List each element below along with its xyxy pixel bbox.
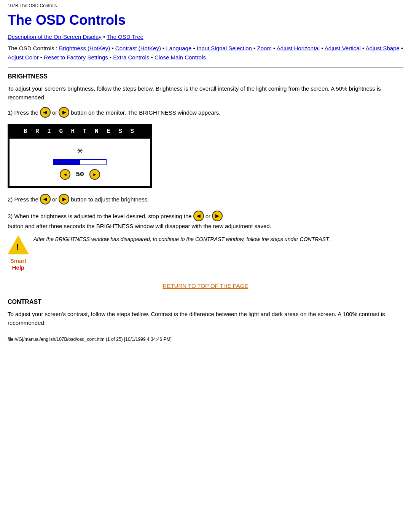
step3-text-end: button and after three seconds the BRIGH… [8, 223, 271, 229]
step3-text-start: 3) When the brightness is adjusted to th… [8, 213, 192, 219]
brightness-step3: 3) When the brightness is adjusted to th… [8, 211, 403, 229]
breadcrumb-input-signal[interactable]: Input Signal Selection [197, 45, 252, 51]
brightness-left-btn[interactable] [60, 169, 70, 180]
breadcrumb-close[interactable]: Close Main Controls [155, 54, 206, 61]
brightness-progress-bar [53, 159, 107, 165]
breadcrumb-reset[interactable]: Reset to Factory Settings [44, 54, 108, 61]
brightness-controls: 50 [60, 169, 100, 180]
breadcrumb-contrast[interactable]: Contrast (HotKey) [115, 45, 161, 51]
breadcrumb-adjust-color[interactable]: Adjust Color [8, 54, 39, 61]
left-button-step3[interactable] [193, 211, 204, 221]
right-button-step1[interactable] [59, 107, 69, 118]
divider-1 [8, 67, 403, 68]
smart-help-italic-text: After the BRIGHTNESS window has disappea… [33, 235, 330, 243]
brightness-intro: To adjust your screen's brightness, foll… [8, 85, 403, 102]
breadcrumb-language[interactable]: Language [166, 45, 192, 51]
left-button-step2[interactable] [40, 194, 51, 204]
contrast-intro: To adjust your screen's contrast, follow… [8, 310, 403, 327]
breadcrumb-adjust-vertical[interactable]: Adjust Vertical [325, 45, 361, 51]
breadcrumb-extra[interactable]: Extra Controls [113, 54, 149, 61]
breadcrumb-adjust-horizontal[interactable]: Adjust Horizontal [277, 45, 320, 51]
right-button-step3[interactable] [212, 211, 223, 221]
brightness-value: 50 [76, 171, 84, 178]
status-bar: file:///G|/manual/english/107B/osd/osd_c… [8, 335, 403, 342]
browser-tab: 107B The OSD Controls [8, 3, 403, 8]
step2-text-start: 2) Press the [8, 196, 38, 203]
brightness-window-body: ✳ 50 [9, 138, 151, 187]
nav-link-osd-tree[interactable]: The OSD Tree [107, 34, 143, 40]
sun-icon: ✳ [76, 146, 83, 156]
brightness-window: B R I G H T N E S S ✳ 50 [8, 124, 152, 188]
brightness-step2: 2) Press the or button to adjust the bri… [8, 194, 403, 204]
brightness-title: BRIGHTNESS [8, 73, 403, 80]
contrast-section: CONTRAST To adjust your screen's contras… [8, 299, 403, 327]
breadcrumb-zoom[interactable]: Zoom [257, 45, 272, 51]
brightness-progress-fill [54, 160, 80, 165]
step2-text-end: button to adjust the brightness. [71, 196, 149, 203]
return-to-top-link[interactable]: RETURN TO TOP OF THE PAGE [163, 283, 249, 289]
step1-text-start: 1) Press the [8, 109, 38, 116]
breadcrumb: The OSD Controls : Brightness (HotKey) •… [8, 44, 403, 62]
nav-links: Description of the On-Screen Display • T… [8, 34, 403, 40]
step1-or: or [52, 109, 57, 116]
brightness-section: BRIGHTNESS To adjust your screen's brigh… [8, 73, 403, 271]
help-label: Help [12, 264, 25, 271]
brightness-step1: 1) Press the or button on the monitor. T… [8, 107, 403, 118]
breadcrumb-prefix: The OSD Controls : [8, 45, 59, 51]
left-button-step1[interactable] [40, 107, 51, 118]
divider-2 [8, 293, 403, 293]
smart-help-text: After the BRIGHTNESS window has disappea… [33, 235, 330, 243]
breadcrumb-brightness[interactable]: Brightness (HotKey) [59, 45, 110, 51]
nav-link-description[interactable]: Description of the On-Screen Display [8, 34, 102, 40]
right-button-step2[interactable] [59, 194, 69, 204]
step1-text-end: button on the monitor. The BRIGHTNESS wi… [71, 109, 220, 116]
brightness-right-btn[interactable] [89, 169, 100, 180]
smart-label: Smart [10, 257, 27, 264]
smart-help-box: Smart Help After the BRIGHTNESS window h… [8, 235, 403, 271]
nav-separator: • [103, 34, 107, 40]
warning-icon [8, 235, 29, 254]
step2-or: or [52, 196, 57, 203]
return-to-top: RETURN TO TOP OF THE PAGE [8, 283, 403, 289]
breadcrumb-adjust-shape[interactable]: Adjust Shape [366, 45, 400, 51]
brightness-window-title: B R I G H T N E S S [9, 125, 151, 138]
step3-or: or [206, 213, 210, 219]
page-title: The OSD Controls [8, 12, 403, 28]
contrast-title: CONTRAST [8, 299, 403, 305]
